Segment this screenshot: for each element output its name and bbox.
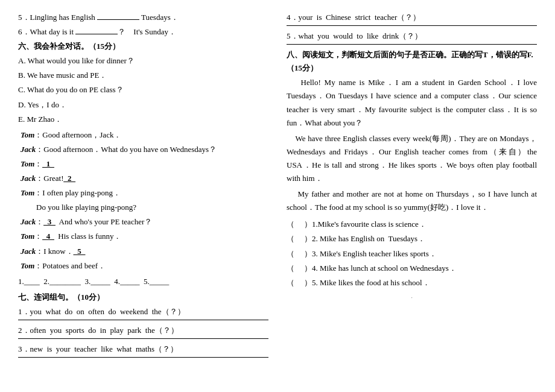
conv-tom3: Tom：I often play ping-pong． — [18, 186, 268, 200]
blanks-row: 1.____ 2.________ 3._____ 4._____ 5.____… — [18, 275, 268, 288]
judge-3: （ ）3. Mike's English teacher likes sport… — [287, 247, 537, 261]
conv-jack2: Jack：Great!_2_ — [18, 172, 268, 185]
blank-5 — [97, 19, 139, 20]
judge-paren-4 — [294, 262, 304, 275]
answer-line-1 — [18, 320, 268, 320]
dialog-a: A. What would you like for dinner？ — [18, 54, 268, 68]
section8-title: 八、阅读短文，判断短文后面的句子是否正确。正确的写T，错误的写F.（15分） — [287, 48, 537, 75]
reorder-1: 1．you what do on often do weekend the（？） — [18, 305, 268, 318]
dialog-b: B. We have music and PE． — [18, 69, 268, 82]
conversation: Tom：Good afternoon，Jack． Jack：Good after… — [18, 128, 268, 273]
dialog-d: D. Yes，I do． — [18, 98, 268, 112]
judgement-items: （ ）1.Mike's favourite class is science． … — [287, 218, 537, 289]
section6-title: 六、我会补全对话。（15分） — [18, 40, 268, 53]
passage-p3: My father and mother are not at home on … — [287, 188, 537, 214]
section7-title: 七、连词组句。（10分） — [18, 291, 268, 304]
answer-line-3 — [18, 357, 268, 358]
right-item5: 5．what you would to like drink（？） — [287, 30, 537, 43]
conv-tom2: Tom：_1_ — [18, 157, 268, 171]
page-dot: · — [287, 292, 537, 303]
judge-4: （ ）4. Mike has lunch at school on Wednes… — [287, 262, 537, 275]
dialog-options: A. What would you like for dinner？ B. We… — [18, 54, 268, 125]
right-line-5 — [287, 44, 537, 45]
reorder-3: 3．new is your teacher like what maths（？） — [18, 343, 268, 356]
dialog-c: C. What do you do on PE class？ — [18, 83, 268, 96]
conv-jack4: Jack：I know．_5_ — [18, 245, 268, 258]
conv-tom1: Tom：Good afternoon，Jack． — [18, 128, 268, 142]
right-item4: 4．your is Chinese strict teacher（？） — [287, 11, 537, 24]
conv-tom4: Tom：_4_ His class is funny． — [18, 230, 268, 243]
conv-tom3b: Do you like playing ping-pong? — [18, 201, 268, 214]
conv-jack1: Jack：Good afternoon．What do you have on … — [18, 143, 268, 156]
judge-paren-5 — [294, 276, 304, 289]
right-line-4 — [287, 25, 537, 26]
left-column: 5．Lingling has English Tuesdays． 6．What … — [18, 11, 268, 361]
reading-passage: Hello! My name is Mike．I am a student in… — [287, 76, 537, 214]
judge-paren-3 — [294, 247, 304, 261]
conv-tom5: Tom：Potatoes and beef． — [18, 259, 268, 273]
judge-1: （ ）1.Mike's favourite class is science． — [287, 218, 537, 231]
judge-paren-1 — [294, 218, 304, 231]
blank-6 — [75, 34, 118, 34]
item6: 6．What day is it ？ It's Sunday． — [18, 25, 268, 39]
judge-2: （ ）2. Mike has English on Tuesdays． — [287, 232, 537, 245]
reorder-sentences: 1．you what do on often do weekend the（？）… — [18, 305, 268, 358]
dialog-e: E. Mr Zhao． — [18, 113, 268, 126]
passage-p2: We have three English classes every week… — [287, 132, 537, 185]
judge-5: （ ）5. Mike likes the food at his school． — [287, 276, 537, 289]
judge-paren-2 — [294, 232, 304, 245]
item5: 5．Lingling has English Tuesdays． — [18, 11, 268, 24]
reorder-2: 2．often you sports do in play park the（？… — [18, 324, 268, 337]
conv-jack3: Jack：_3_ And who's your PE teacher？ — [18, 215, 268, 229]
number-blanks: 1.____ 2.________ 3._____ 4._____ 5.____… — [18, 275, 268, 288]
answer-line-2 — [18, 338, 268, 339]
right-column: 4．your is Chinese strict teacher（？） 5．wh… — [287, 11, 537, 361]
passage-p1: Hello! My name is Mike．I am a student in… — [287, 76, 537, 129]
